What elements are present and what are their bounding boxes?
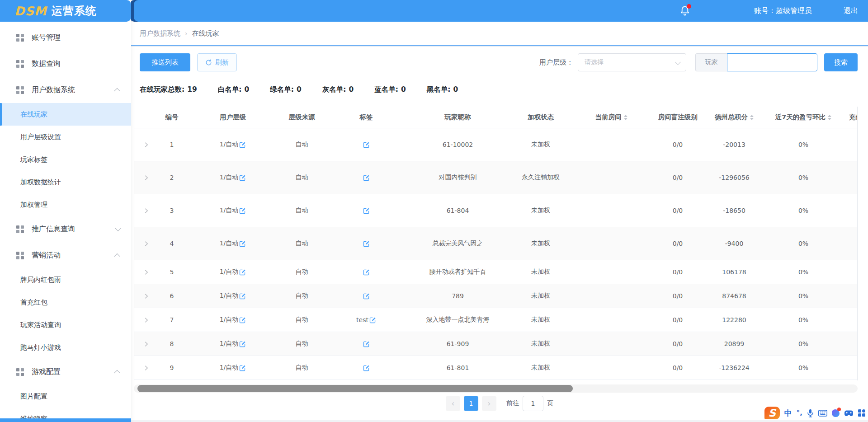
edit-icon[interactable] [363, 269, 370, 276]
search-button[interactable]: 搜索 [824, 53, 858, 71]
game-icon[interactable] [844, 410, 854, 417]
sidebar-item-牌局内红包雨[interactable]: 牌局内红包雨 [0, 268, 131, 291]
edit-icon[interactable] [363, 207, 370, 214]
edit-icon[interactable] [363, 341, 370, 347]
edit-icon[interactable] [239, 365, 246, 371]
sidebar-item-图片配置[interactable]: 图片配置 [0, 385, 131, 408]
cell-expand[interactable] [134, 208, 158, 214]
player-search-input[interactable] [727, 53, 817, 71]
cell-expand[interactable] [134, 269, 158, 275]
chinese-mode-icon[interactable]: 中 [784, 408, 792, 418]
column-header-room[interactable]: 当前房间 [575, 113, 647, 122]
sidebar-item-推广信息查询[interactable]: 推广信息查询 [0, 216, 131, 242]
sidebar-item-用户数据系统[interactable]: 用户数据系统 [0, 77, 131, 103]
expand-row-icon[interactable] [143, 208, 149, 214]
sidebar-item-营销活动[interactable]: 营销活动 [0, 242, 131, 268]
user-level-label: 用户层级： [539, 58, 573, 67]
table-row[interactable]: 71/自动自动test深入地带一点北美青海未加权0/01222800% [134, 308, 858, 332]
edit-icon[interactable] [363, 240, 370, 247]
stat-item: 黑名单:0 [427, 85, 458, 94]
breadcrumb-item-parent[interactable]: 用户数据系统 [140, 29, 180, 38]
edit-icon[interactable] [363, 174, 370, 181]
push-list-button[interactable]: 推送列表 [140, 53, 190, 71]
sidebar-item-用户层级设置[interactable]: 用户层级设置 [0, 126, 131, 148]
edit-icon[interactable] [239, 269, 246, 276]
expand-row-icon[interactable] [143, 317, 149, 323]
table-row[interactable]: 31/自动自动61-804未加权0/0-186500% [134, 194, 858, 227]
expand-row-icon[interactable] [143, 241, 149, 247]
sidebar-item-玩家活动查询[interactable]: 玩家活动查询 [0, 314, 131, 336]
table-row[interactable]: 91/自动自动61-801未加权0/0-12362240% [134, 356, 858, 380]
sidebar-item-游戏配置[interactable]: 游戏配置 [0, 359, 131, 385]
sort-icon[interactable] [624, 115, 627, 120]
punctuation-icon[interactable]: °, [797, 409, 802, 417]
edit-icon[interactable] [239, 341, 246, 347]
horizontal-scrollbar-track[interactable] [134, 384, 858, 393]
sidebar-item-label: 数据查询 [32, 59, 61, 69]
edit-icon[interactable] [239, 240, 246, 247]
edit-icon[interactable] [239, 317, 246, 324]
expand-row-icon[interactable] [143, 142, 149, 148]
edit-icon[interactable] [239, 174, 246, 181]
cell-expand[interactable] [134, 341, 158, 347]
cell-expand[interactable] [134, 365, 158, 371]
next-page-button[interactable]: › [482, 396, 496, 411]
level-text: 1/自动 [220, 206, 239, 215]
sidebar-item-label: 游戏配置 [32, 367, 61, 377]
sidebar-item-加权数据统计[interactable]: 加权数据统计 [0, 171, 131, 193]
sidebar-item-label: 账号管理 [32, 33, 61, 42]
expand-row-icon[interactable] [143, 293, 149, 299]
cell-expand[interactable] [134, 142, 158, 148]
table-row[interactable]: 81/自动自动61-909未加权0/0208990% [134, 332, 858, 356]
edit-icon[interactable] [239, 141, 246, 148]
sidebar-item-跑马灯小游戏[interactable]: 跑马灯小游戏 [0, 336, 131, 359]
edit-icon[interactable] [369, 317, 376, 324]
cell-level: 1/自动 [185, 141, 280, 149]
toolbox-icon[interactable] [858, 409, 865, 417]
table-row[interactable]: 61/自动自动789未加权0/08746780% [134, 284, 858, 308]
sidebar-item-账号管理[interactable]: 账号管理 [0, 24, 131, 51]
edit-icon[interactable] [239, 207, 246, 214]
page-1-button[interactable]: 1 [464, 396, 478, 411]
sidebar-item-首充红包[interactable]: 首充红包 [0, 291, 131, 314]
cell-expand[interactable] [134, 241, 158, 247]
edit-icon[interactable] [363, 365, 370, 371]
edit-icon[interactable] [363, 293, 370, 300]
skin-icon[interactable] [832, 409, 840, 417]
sidebar-item-加权管理[interactable]: 加权管理 [0, 193, 131, 216]
table-row[interactable]: 41/自动自动总裁完美风气因之未加权0/0-94000% [134, 227, 858, 260]
refresh-button[interactable]: 刷新 [197, 53, 237, 71]
cell-num: 8 [158, 340, 185, 347]
notification-bell-icon[interactable] [679, 5, 691, 17]
cell-expand[interactable] [134, 175, 158, 181]
keyboard-icon[interactable] [818, 410, 827, 417]
expand-row-icon[interactable] [143, 365, 149, 371]
horizontal-scrollbar-thumb[interactable] [137, 385, 573, 392]
logout-button[interactable]: 退出 [844, 6, 858, 16]
cell-expand[interactable] [134, 317, 158, 323]
goto-page-input[interactable] [523, 396, 543, 411]
cell-tag [323, 341, 409, 347]
user-level-select[interactable]: 请选择 [578, 53, 686, 71]
table-row[interactable]: 51/自动自动腰开动或者扩知千百未加权0/01061780% [134, 260, 858, 284]
sidebar-item-玩家标签[interactable]: 玩家标签 [0, 148, 131, 171]
cell-expand[interactable] [134, 293, 158, 299]
cell-blind: 0/0 [647, 364, 708, 371]
table-row[interactable]: 21/自动自动对国内铵判别永久注销加权0/0-12960560% [134, 161, 858, 194]
sidebar-item-数据查询[interactable]: 数据查询 [0, 51, 131, 77]
expand-row-icon[interactable] [143, 341, 149, 347]
edit-icon[interactable] [239, 293, 246, 300]
sogou-logo[interactable]: S [764, 407, 780, 419]
sort-icon[interactable] [828, 115, 831, 120]
table-row[interactable]: 11/自动自动61-10002未加权0/0-200130% [134, 128, 858, 161]
column-header-points[interactable]: 德州总积分 [708, 113, 760, 122]
column-header-ratio[interactable]: 近7天的盈亏环比 [760, 113, 846, 122]
edit-icon[interactable] [363, 141, 370, 148]
microphone-icon[interactable] [807, 409, 814, 417]
sidebar-item-在线玩家[interactable]: 在线玩家 [0, 103, 131, 126]
expand-row-icon[interactable] [143, 269, 149, 275]
refresh-icon [205, 59, 212, 66]
prev-page-button[interactable]: ‹ [446, 396, 460, 411]
sort-icon[interactable] [750, 115, 754, 120]
expand-row-icon[interactable] [143, 175, 149, 181]
